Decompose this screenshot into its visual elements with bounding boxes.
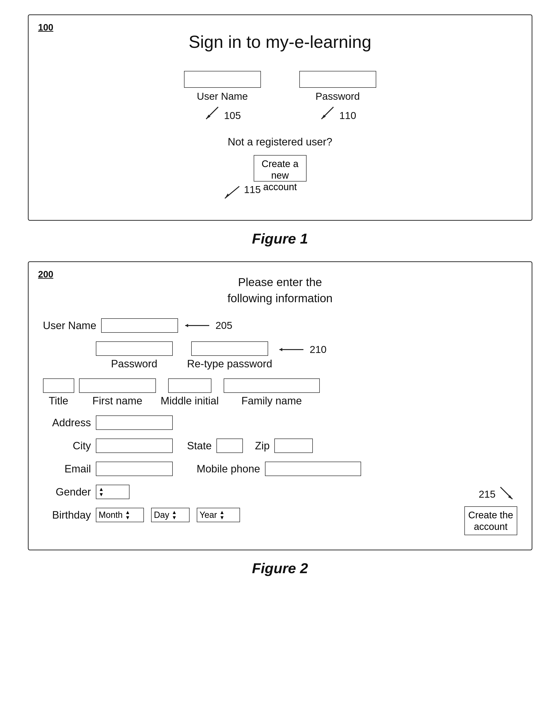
callout-115-group: 115 [223, 184, 261, 203]
callout-210-group: 210 [277, 344, 326, 355]
year-spinner[interactable]: Year ▲ ▼ [197, 508, 240, 522]
email-input[interactable] [96, 462, 173, 476]
fig2-password-input[interactable] [96, 341, 173, 356]
title-col: Title [43, 378, 74, 407]
not-registered-text: Not a registered user? [43, 136, 517, 148]
gender-birthday-area: Gender ▲ ▼ Birthday [43, 485, 240, 531]
mobilephone-label: Mobile phone [197, 463, 260, 475]
firstname-label: First name [93, 395, 143, 407]
figure1-container: 100 Sign in to my-e-learning User Name 1… [28, 14, 532, 247]
arrow-105-icon [204, 105, 221, 121]
fig2-username-input[interactable] [101, 318, 178, 333]
callout-110: 110 [339, 110, 356, 121]
gender-label: Gender [43, 486, 91, 498]
middle-label: Middle initial [161, 395, 219, 407]
figure1-caption: Figure 1 [28, 230, 532, 247]
figure1-inputs-row: User Name 105 Password [43, 71, 517, 121]
middle-input[interactable] [168, 378, 212, 393]
state-label: State [187, 440, 212, 452]
create-account-area: 215 Create theaccount [464, 485, 517, 535]
figure1-box: 100 Sign in to my-e-learning User Name 1… [28, 14, 532, 221]
header-line2: following information [228, 292, 333, 305]
svg-marker-9 [280, 348, 282, 351]
callout-215: 215 [479, 489, 495, 500]
city-input[interactable] [96, 439, 173, 453]
svg-marker-7 [185, 324, 188, 327]
email-mobile-row: Email Mobile phone [43, 462, 517, 476]
email-label: Email [43, 463, 91, 475]
firstname-input[interactable] [79, 378, 156, 393]
figure2-header: Please enter the following information [43, 274, 517, 306]
figure1-title: Sign in to my-e-learning [43, 32, 517, 52]
header-line1: Please enter the [238, 276, 322, 289]
familyname-input[interactable] [224, 378, 320, 393]
password-col-label: Password [111, 358, 157, 370]
callout-105-group: 105 [204, 105, 241, 121]
svg-marker-5 [225, 194, 229, 198]
month-spinner[interactable]: Month ▲ ▼ [96, 508, 144, 522]
arrow-210-icon [277, 346, 306, 353]
birthday-label: Birthday [43, 509, 91, 521]
title-input[interactable] [43, 378, 74, 393]
callout-215-row: 215 [479, 485, 517, 504]
middle-col: Middle initial [161, 378, 219, 407]
birthday-row: Birthday Month ▲ ▼ Day [43, 508, 240, 522]
callout-205: 205 [216, 320, 232, 331]
gender-spinner-arrows: ▲ ▼ [99, 487, 104, 497]
familyname-col: Family name [224, 378, 320, 407]
retype-col: Re-type password [187, 341, 273, 370]
retype-col-label: Re-type password [187, 358, 273, 370]
name-row: Title First name Middle initial Family n… [43, 378, 517, 407]
callout-205-group: 205 [183, 320, 232, 331]
figure2-ref: 200 [38, 269, 53, 280]
gender-spinner[interactable]: ▲ ▼ [96, 485, 130, 499]
firstname-col: First name [79, 378, 156, 407]
year-arrows-icon: ▲ ▼ [219, 510, 225, 520]
gender-create-row: Gender ▲ ▼ Birthday [43, 485, 517, 535]
address-input[interactable] [96, 415, 173, 430]
create-the-account-button[interactable]: Create theaccount [464, 506, 517, 535]
fig2-retype-input[interactable] [191, 341, 268, 356]
arrow-110-icon [319, 105, 336, 121]
arrow-115-icon [223, 184, 242, 203]
title-label: Title [49, 395, 69, 407]
familyname-label: Family name [242, 395, 302, 407]
create-new-account-button[interactable]: Create anew account [254, 155, 306, 182]
username-label: User Name [197, 91, 248, 102]
state-input[interactable] [217, 439, 243, 453]
password-label: Password [315, 91, 360, 102]
callout-210: 210 [310, 344, 326, 355]
address-row: Address [43, 415, 517, 430]
figure2-box: 200 Please enter the following informati… [28, 261, 532, 550]
zip-label: Zip [255, 440, 270, 452]
callout-110-group: 110 [319, 105, 356, 121]
username-group: User Name 105 [184, 71, 261, 121]
password-group: Password 110 [299, 71, 376, 121]
city-state-zip-row: City State Zip [43, 439, 517, 453]
month-label: Month [99, 510, 123, 520]
username-input[interactable] [184, 71, 261, 88]
password-row: Password Re-type password 210 [43, 341, 517, 370]
gender-row: Gender ▲ ▼ [43, 485, 240, 499]
day-label: Day [154, 510, 169, 520]
username-row: User Name 205 [43, 318, 517, 333]
city-label: City [43, 440, 91, 452]
password-input[interactable] [299, 71, 376, 88]
figure1-ref: 100 [38, 22, 53, 33]
month-arrows-icon: ▲ ▼ [125, 510, 131, 520]
year-label: Year [200, 510, 217, 520]
figure2-container: 200 Please enter the following informati… [28, 261, 532, 577]
mobile-input[interactable] [265, 462, 361, 476]
username-row-label: User Name [43, 320, 97, 332]
arrow-205-icon [183, 322, 212, 329]
address-label: Address [43, 417, 91, 429]
create-btn-area: Create anew account 115 [43, 155, 517, 206]
arrow-215-icon [498, 485, 517, 504]
day-spinner[interactable]: Day ▲ ▼ [151, 508, 190, 522]
zip-input[interactable] [275, 439, 313, 453]
figure2-caption: Figure 2 [28, 560, 532, 577]
day-arrows-icon: ▲ ▼ [172, 510, 177, 520]
password-col: Password [96, 341, 173, 370]
birthday-selects: Month ▲ ▼ Day ▲ ▼ [96, 508, 240, 522]
callout-105: 105 [224, 110, 241, 121]
